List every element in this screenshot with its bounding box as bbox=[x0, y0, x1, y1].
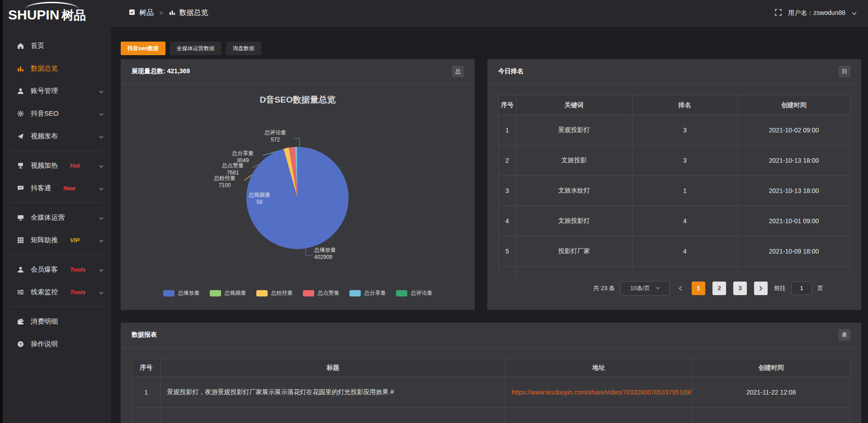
pie-label-video: 总视频量58 bbox=[239, 192, 280, 206]
page-size-select[interactable]: 10条/页 bbox=[620, 281, 670, 296]
legend-swatch bbox=[256, 290, 268, 296]
day-badge-button[interactable]: 日 bbox=[839, 66, 850, 77]
column-header: 标题 bbox=[160, 359, 505, 377]
username[interactable]: 用户名：zswodun88 bbox=[788, 9, 845, 17]
legend-item[interactable]: 总评论量 bbox=[396, 289, 433, 297]
label-line-comment bbox=[294, 138, 300, 147]
table-row: 5投影灯厂家42021-10-09 18:00 bbox=[499, 236, 850, 267]
chevron-down-icon bbox=[99, 87, 104, 95]
topbar-right: 用户名：zswodun88 bbox=[775, 9, 857, 17]
sidebar-item-douyin-seo[interactable]: 抖音SEO bbox=[3, 102, 111, 125]
chevron-down-icon bbox=[656, 287, 660, 290]
legend-swatch bbox=[349, 290, 361, 296]
bar-chart-icon bbox=[169, 9, 175, 17]
fullscreen-icon[interactable] bbox=[775, 9, 782, 17]
column-header: 序号 bbox=[132, 359, 161, 377]
sidebar-item-data-overview[interactable]: 数据总览 bbox=[3, 57, 111, 80]
chart-panel-header: 展现量总数: 421,369 总 bbox=[121, 59, 475, 84]
chevron-down-icon bbox=[99, 184, 104, 192]
tab-inquiry-data[interactable]: 询盘数据 bbox=[226, 42, 261, 55]
sidebar-item-omni-media[interactable]: 全媒体运营 bbox=[3, 206, 111, 229]
legend-item[interactable]: 总分享量 bbox=[349, 289, 386, 297]
column-header: 排名 bbox=[632, 95, 737, 115]
legend-item[interactable]: 总点赞量 bbox=[303, 289, 340, 297]
page-button-2[interactable]: 2 bbox=[712, 282, 726, 295]
sidebar-item-account[interactable]: 账号管理 bbox=[3, 80, 111, 102]
table-row-partial bbox=[499, 267, 850, 276]
gear-icon bbox=[17, 110, 24, 117]
sidebar-item-video-publish[interactable]: 视频发布 bbox=[3, 125, 111, 147]
rank-panel-title: 今日排名 bbox=[498, 67, 524, 75]
chevron-down-icon bbox=[99, 266, 104, 273]
topbar: 树品 > 数据总览 用户名：zswodun88 bbox=[111, 0, 868, 26]
column-header: 创建时间 bbox=[692, 359, 850, 377]
tab-douyin-seo-data[interactable]: 抖音seo数据 bbox=[121, 42, 165, 55]
legend-item[interactable]: 总视频量 bbox=[210, 289, 246, 297]
sidebar-item-lead-monitor[interactable]: 线索监控 Tools bbox=[3, 281, 111, 303]
sidebar-item-label: 矩阵助推 bbox=[31, 236, 58, 244]
pie-label-play: 总播放量402909 bbox=[314, 247, 368, 261]
page-button-3[interactable]: 3 bbox=[733, 282, 747, 295]
app-square-icon bbox=[129, 9, 135, 17]
page-button-1[interactable]: 1 bbox=[692, 282, 705, 295]
table-badge-button[interactable]: 表 bbox=[839, 329, 850, 341]
table-row: 1景观投影灯32021-10-02 09:00 bbox=[499, 115, 850, 146]
sidebar-item-label: 操作说明 bbox=[31, 340, 58, 348]
legend-swatch bbox=[163, 290, 175, 296]
bar-chart-icon bbox=[17, 65, 24, 72]
chevron-down-icon[interactable] bbox=[852, 9, 857, 17]
vip-tag: VIP bbox=[70, 237, 80, 244]
sidebar-item-label: 视频发布 bbox=[31, 132, 58, 141]
sidebar-item-video-heat[interactable]: 视频加热 Hot bbox=[3, 154, 111, 177]
hot-tag: Hot bbox=[70, 162, 80, 169]
sidebar-item-consumption[interactable]: 消费明细 bbox=[3, 310, 111, 333]
rank-panel: 今日排名 日 序号 关键词 排名 创建时间 bbox=[487, 59, 861, 310]
sidebar: SHUPIN树品 首页 数据总览 账号管理 抖音SEO bbox=[0, 0, 111, 423]
pie-label-comment: 总评论量572 bbox=[256, 129, 294, 143]
tab-bar: 抖音seo数据 全媒体运营数据 询盘数据 bbox=[121, 42, 861, 55]
logo-text-cn: 树品 bbox=[61, 9, 86, 22]
divider bbox=[11, 254, 103, 255]
sidebar-item-label: 抖客通 bbox=[31, 184, 51, 193]
sidebar-item-help[interactable]: ? 操作说明 bbox=[3, 333, 111, 355]
tab-omni-media-data[interactable]: 全媒体运营数据 bbox=[170, 42, 222, 55]
sidebar-item-label: 消费明细 bbox=[31, 317, 58, 326]
logo-arc bbox=[25, 2, 79, 9]
table-header-row: 序号 关键词 排名 创建时间 bbox=[499, 95, 850, 115]
video-url-link[interactable]: https://www.iesdouyin.com/share/video/70… bbox=[505, 377, 692, 408]
sidebar-item-label: 全媒体运营 bbox=[31, 213, 65, 222]
pie-label-fans: 总粉丝量7100 bbox=[206, 175, 244, 189]
table-row: 1 景观投影灯，夜游景观投影灯厂家展示展示落花灯在花园里的灯光投影应用效果 # … bbox=[132, 377, 850, 408]
sidebar-item-label: 首页 bbox=[31, 42, 44, 50]
legend-item[interactable]: 总播放量 bbox=[163, 289, 200, 297]
pie-chart[interactable]: D音SEO数据量总览 总评论量572 总分享量3049 bbox=[121, 84, 475, 310]
sliders-icon bbox=[17, 289, 24, 296]
legend-item[interactable]: 总粉丝量 bbox=[256, 289, 293, 297]
chevron-down-icon bbox=[99, 132, 104, 140]
breadcrumb-app[interactable]: 树品 bbox=[139, 8, 154, 18]
pie-chart-svg[interactable] bbox=[121, 84, 475, 310]
chart-legend: 总播放量 总视频量 总粉丝量 总点赞量 总分享量 总评论量 bbox=[121, 289, 475, 297]
breadcrumb-page: 数据总览 bbox=[179, 8, 208, 18]
sidebar-item-doketong[interactable]: 抖客通 New bbox=[3, 177, 111, 199]
sidebar-item-member-baoke[interactable]: 会员爆客 Tools bbox=[3, 258, 111, 281]
sidebar-item-matrix-boost[interactable]: 矩阵助推 VIP bbox=[3, 229, 111, 251]
impressions-total: 展现量总数: 421,369 bbox=[132, 67, 190, 75]
total-badge-button[interactable]: 总 bbox=[452, 66, 464, 77]
divider bbox=[11, 150, 103, 151]
goto-page-input[interactable] bbox=[791, 282, 812, 295]
rank-panel-header: 今日排名 日 bbox=[487, 59, 861, 84]
content: 抖音seo数据 全媒体运营数据 询盘数据 展现量总数: 421,369 总 D音… bbox=[111, 26, 868, 423]
sidebar-item-home[interactable]: 首页 bbox=[3, 34, 111, 57]
report-table: 序号 标题 地址 创建时间 1 景观投影灯，夜游景观投影灯厂家展示展示落花灯在花… bbox=[132, 358, 850, 423]
user-icon bbox=[17, 88, 24, 94]
logo[interactable]: SHUPIN树品 bbox=[3, 0, 111, 28]
goto-page-suffix: 页 bbox=[817, 284, 823, 292]
video-title-cell: 景观投影灯，夜游景观投影灯厂家展示展示落花灯在花园里的灯光投影应用效果 # bbox=[160, 377, 505, 408]
prev-page-button[interactable] bbox=[675, 286, 685, 291]
chevron-down-icon bbox=[99, 236, 104, 244]
table-row: 4文旅投影灯42021-10-01 09:00 bbox=[499, 206, 850, 236]
sidebar-item-label: 数据总览 bbox=[31, 64, 58, 73]
pie-label-like: 总点赞量7681 bbox=[214, 162, 252, 176]
next-page-button[interactable] bbox=[754, 282, 768, 295]
